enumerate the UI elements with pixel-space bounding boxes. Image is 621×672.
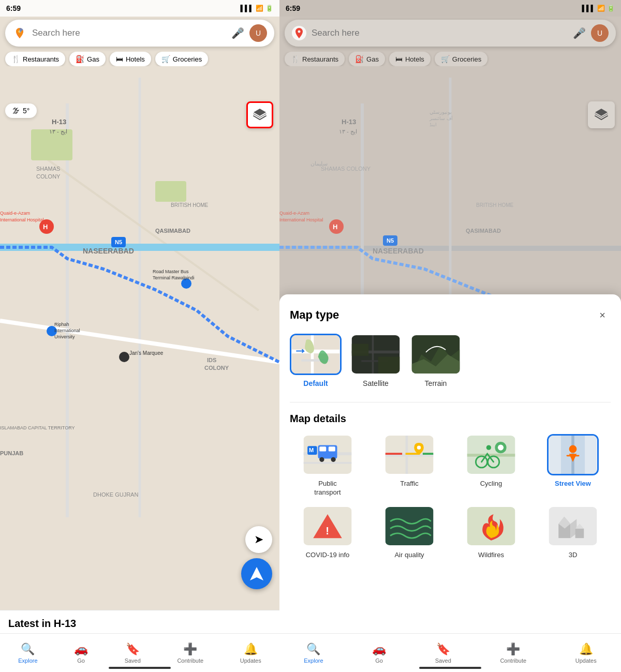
svg-text:COLONY: COLONY — [36, 173, 61, 180]
directions-button[interactable] — [241, 558, 272, 589]
3d-thumb — [547, 505, 599, 547]
covid-preview: ! — [303, 507, 352, 545]
right-gas-icon: ⛽ — [355, 55, 364, 63]
svg-text:QASIMABAD: QASIMABAD — [155, 228, 190, 234]
right-nav-go[interactable]: 🚗 Go — [368, 643, 390, 664]
nav-contribute[interactable]: ➕ Contribute — [173, 643, 208, 664]
nav-go[interactable]: 🚗 Go — [70, 643, 92, 664]
hotels-label: Hotels — [126, 55, 145, 63]
right-nav-contribute[interactable]: ➕ Contribute — [496, 643, 530, 664]
sheet-divider — [290, 402, 611, 402]
detail-cycling[interactable]: Cycling — [453, 434, 529, 497]
detail-wildfires[interactable]: Wildfires — [453, 505, 529, 560]
status-bar: 6:59 ▌▌▌ 📶 🔋 — [0, 0, 279, 17]
svg-rect-75 — [304, 462, 352, 464]
detail-street-view[interactable]: Street View — [535, 434, 611, 497]
go-label: Go — [77, 658, 85, 664]
hotels-filter[interactable]: 🛏 Hotels — [110, 52, 151, 66]
right-bottom-navigation: 🔍 Explore 🚗 Go 🔖 Saved ➕ Contribute 🔔 Up… — [279, 633, 621, 672]
terrain-map-thumb — [410, 334, 462, 375]
right-nav-saved[interactable]: 🔖 Saved — [431, 643, 455, 664]
right-nav-updates[interactable]: 🔔 Updates — [571, 643, 601, 664]
gas-filter[interactable]: ⛽ Gas — [69, 52, 106, 66]
explore-icon: 🔍 — [21, 643, 35, 656]
svg-rect-78 — [329, 446, 335, 451]
svg-text:N5: N5 — [387, 237, 394, 244]
satellite-map-thumb — [350, 334, 402, 375]
saved-icon: 🔖 — [126, 643, 140, 656]
map-type-satellite[interactable]: Satellite — [350, 334, 402, 387]
svg-rect-70 — [352, 344, 368, 356]
svg-text:International Hospital: International Hospital — [279, 217, 323, 222]
air-quality-label: Air quality — [394, 551, 424, 560]
right-groceries-label: Groceries — [452, 55, 481, 63]
right-contribute-icon: ➕ — [506, 643, 520, 656]
detail-3d[interactable]: 3D — [535, 505, 611, 560]
user-avatar[interactable]: U — [249, 24, 267, 42]
svg-point-79 — [319, 457, 324, 462]
right-saved-label: Saved — [435, 658, 451, 664]
map-type-terrain[interactable]: Terrain — [410, 334, 462, 387]
svg-rect-68 — [372, 335, 374, 374]
svg-point-94 — [486, 445, 491, 450]
traffic-preview — [385, 436, 434, 474]
search-bar[interactable]: 🎤 U — [5, 20, 274, 47]
updates-icon: 🔔 — [244, 643, 258, 656]
right-layer-toggle-button[interactable] — [588, 101, 615, 128]
svg-text:PUNJAB: PUNJAB — [0, 450, 23, 456]
sheet-header: Map type × — [290, 307, 611, 323]
bottom-navigation: 🔍 Explore 🚗 Go 🔖 Saved ➕ Contribute 🔔 Up… — [0, 633, 279, 672]
layer-toggle-button[interactable] — [246, 101, 273, 128]
svg-text:H-13: H-13 — [342, 118, 356, 126]
map-details-grid: M Publictransport — [290, 434, 611, 560]
cycling-preview — [467, 436, 515, 474]
right-gas-filter[interactable]: ⛽ Gas — [349, 52, 385, 66]
right-user-avatar[interactable]: U — [591, 24, 609, 42]
right-search-bar[interactable]: 🎤 U — [285, 20, 616, 47]
right-status-bar: 6:59 ▌▌▌ 📶 🔋 — [279, 0, 621, 17]
groceries-filter[interactable]: 🛒 Groceries — [155, 52, 208, 66]
location-button[interactable]: ➤ — [245, 526, 272, 553]
sheet-title: Map type — [290, 308, 339, 322]
nav-explore[interactable]: 🔍 Explore — [14, 643, 41, 664]
right-mic-icon[interactable]: 🎤 — [573, 27, 586, 39]
weather-icon: 🌫 — [12, 107, 20, 115]
detail-traffic[interactable]: Traffic — [372, 434, 447, 497]
right-restaurants-filter[interactable]: 🍴 Restaurants — [285, 52, 345, 66]
map-types-row: Default Satellite — [290, 334, 611, 387]
right-nav-explore[interactable]: 🔍 Explore — [300, 643, 327, 664]
map-type-default[interactable]: Default — [290, 334, 342, 387]
search-input[interactable] — [32, 28, 226, 38]
right-hotels-label: Hotels — [405, 55, 424, 63]
right-updates-icon: 🔔 — [579, 643, 593, 656]
right-groceries-filter[interactable]: 🛒 Groceries — [435, 52, 487, 66]
right-search-input[interactable] — [312, 28, 568, 38]
right-explore-label: Explore — [304, 658, 323, 664]
cycling-thumb — [465, 434, 517, 475]
explore-label: Explore — [18, 658, 37, 664]
right-sim-icon: 📶 — [597, 5, 605, 12]
mic-icon[interactable]: 🎤 — [231, 27, 244, 39]
svg-text:BRITISH HOME: BRITISH HOME — [476, 202, 514, 208]
svg-point-89 — [417, 445, 421, 449]
terrain-map-label: Terrain — [425, 379, 447, 387]
detail-covid[interactable]: ! COVID-19 info — [290, 505, 365, 560]
nav-updates[interactable]: 🔔 Updates — [236, 643, 265, 664]
close-sheet-button[interactable]: × — [594, 307, 611, 323]
right-hotels-filter[interactable]: 🛏 Hotels — [389, 52, 431, 66]
covid-thumb: ! — [302, 505, 353, 547]
svg-rect-88 — [423, 453, 433, 455]
traffic-thumb — [383, 434, 435, 475]
restaurants-filter[interactable]: 🍴 Restaurants — [5, 52, 65, 66]
right-updates-label: Updates — [575, 658, 597, 664]
svg-text:H-13: H-13 — [52, 118, 66, 126]
svg-text:Riphah: Riphah — [54, 322, 69, 327]
svg-text:M: M — [309, 447, 314, 453]
wildfires-label: Wildfires — [478, 551, 504, 560]
detail-air-quality[interactable]: Air quality — [372, 505, 447, 560]
gas-icon: ⛽ — [76, 55, 84, 63]
nav-saved[interactable]: 🔖 Saved — [121, 643, 145, 664]
svg-rect-77 — [319, 446, 326, 451]
detail-public-transport[interactable]: M Publictransport — [290, 434, 365, 497]
svg-text:Quaid-e-Azam: Quaid-e-Azam — [279, 211, 309, 216]
